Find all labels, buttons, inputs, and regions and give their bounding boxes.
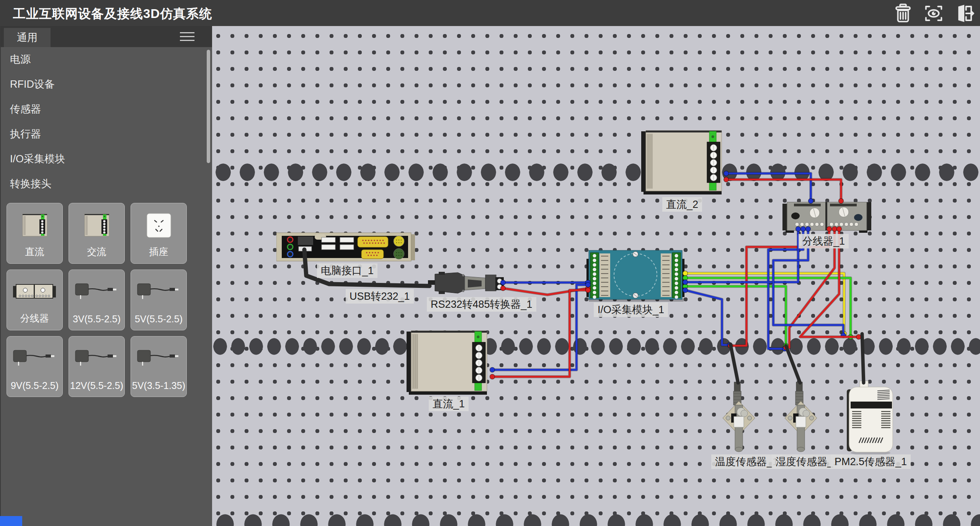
adapter-icon bbox=[131, 341, 186, 376]
toolbar bbox=[893, 3, 975, 24]
device-label-4: I/O采集模块_1 bbox=[594, 302, 668, 317]
device-label-6: 直流_1 bbox=[429, 397, 469, 411]
device-splitter-1[interactable] bbox=[782, 199, 871, 234]
category-item-1[interactable]: RFID设备 bbox=[1, 72, 207, 97]
pegboard-hole-band bbox=[211, 514, 980, 526]
palette-card-4[interactable]: 3V(5.5-2.5) bbox=[69, 270, 125, 330]
palette-card-label: 12V(5.5-2.5) bbox=[69, 380, 124, 391]
device-label-9: PM2.5传感器_1 bbox=[831, 454, 911, 469]
dc-icon bbox=[69, 208, 124, 243]
device-palette: 直流 交流 插座 分线器 3V(5.5-2.5) 5V(5.5-2.5) 9V( bbox=[7, 203, 187, 397]
device-label-1: 电脑接口_1 bbox=[317, 263, 377, 278]
palette-card-8[interactable]: 5V(3.5-1.35) bbox=[131, 336, 187, 397]
device-pc-interface-1[interactable] bbox=[276, 232, 416, 262]
palette-card-3[interactable]: 分线器 bbox=[7, 270, 63, 330]
adapter-icon bbox=[7, 341, 62, 376]
view-focus-icon[interactable] bbox=[923, 3, 944, 24]
category-item-0[interactable]: 电源 bbox=[1, 47, 207, 72]
category-item-3[interactable]: 执行器 bbox=[1, 122, 207, 147]
palette-card-label: 分线器 bbox=[7, 312, 62, 325]
category-item-4[interactable]: I/O采集模块 bbox=[1, 147, 207, 172]
device-pm25-sensor-1[interactable] bbox=[846, 380, 895, 455]
adapter-icon bbox=[69, 274, 124, 310]
device-temp-sensor-1[interactable] bbox=[722, 381, 756, 453]
device-dc-supply-1[interactable] bbox=[407, 328, 492, 396]
device-label-0: 直流_2 bbox=[662, 197, 702, 212]
palette-card-label: 9V(5.5-2.5) bbox=[7, 380, 62, 391]
adapter-icon bbox=[69, 341, 124, 376]
app-title: 工业互联网设备及接线3D仿真系统 bbox=[13, 5, 212, 23]
palette-card-label: 5V(5.5-2.5) bbox=[131, 314, 186, 325]
category-item-5[interactable]: 转换接头 bbox=[1, 172, 207, 196]
splitter-icon bbox=[7, 274, 62, 310]
palette-card-label: 3V(5.5-2.5) bbox=[69, 314, 124, 325]
palette-card-label: 直流 bbox=[7, 245, 62, 258]
palette-card-2[interactable]: 插座 bbox=[131, 203, 187, 264]
scrollbar-thumb[interactable] bbox=[207, 50, 210, 163]
dc-icon bbox=[7, 208, 62, 243]
device-humidity-sensor-1[interactable] bbox=[784, 381, 818, 453]
device-io-module-1[interactable] bbox=[585, 248, 686, 302]
device-label-5: 分线器_1 bbox=[799, 234, 849, 248]
delete-icon[interactable] bbox=[893, 3, 913, 24]
palette-card-6[interactable]: 9V(5.5-2.5) bbox=[7, 336, 63, 397]
palette-card-label: 插座 bbox=[131, 245, 186, 258]
title-bar: 工业互联网设备及接线3D仿真系统 bbox=[0, 0, 980, 26]
library-tab-bar: 通用 bbox=[1, 26, 212, 47]
pegboard-hole-band bbox=[211, 163, 980, 181]
simulation-viewport[interactable]: 直流_2电脑接口_1USB转232_1RS232转485转换器_1I/O采集模块… bbox=[211, 26, 980, 526]
palette-card-7[interactable]: 12V(5.5-2.5) bbox=[69, 336, 125, 397]
adapter-icon bbox=[131, 274, 186, 310]
category-item-2[interactable]: 传感器 bbox=[1, 97, 207, 122]
device-label-2: USB转232_1 bbox=[346, 289, 414, 304]
palette-card-0[interactable]: 直流 bbox=[7, 203, 63, 264]
category-list: 电源RFID设备传感器执行器I/O采集模块转换接头 bbox=[1, 47, 207, 196]
corner-badge bbox=[0, 516, 22, 526]
device-label-3: RS232转485转换器_1 bbox=[427, 297, 536, 312]
device-library-panel: 通用 电源RFID设备传感器执行器I/O采集模块转换接头 直流 交流 插座 分线… bbox=[0, 26, 212, 526]
menu-icon[interactable] bbox=[180, 32, 194, 41]
socket-icon bbox=[131, 208, 186, 243]
palette-card-5[interactable]: 5V(5.5-2.5) bbox=[131, 270, 187, 330]
device-rs232-485-adapter-1[interactable] bbox=[428, 272, 504, 294]
device-dc-supply-2[interactable] bbox=[641, 127, 726, 195]
tab-general[interactable]: 通用 bbox=[4, 28, 51, 47]
palette-card-label: 交流 bbox=[69, 245, 124, 258]
palette-card-label: 5V(3.5-1.35) bbox=[131, 380, 186, 391]
exit-icon[interactable] bbox=[954, 3, 975, 24]
palette-card-1[interactable]: 交流 bbox=[69, 203, 125, 264]
pegboard-hole-band bbox=[211, 338, 980, 355]
